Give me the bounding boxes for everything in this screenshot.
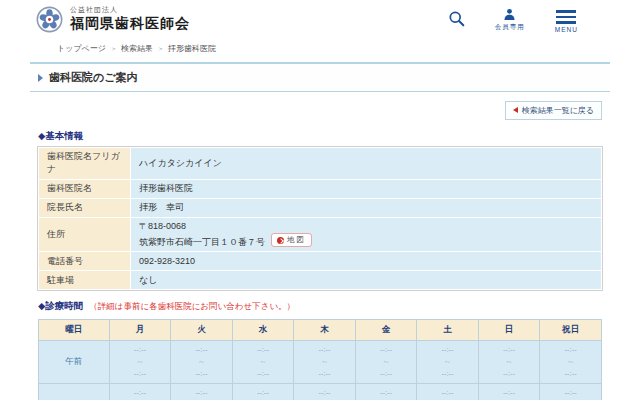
breadcrumb-link[interactable]: トップページ	[57, 44, 106, 53]
table-row: 住所〒818-0068筑紫野市石崎一丁目１０番７号地図	[39, 217, 602, 252]
search-icon	[448, 10, 465, 27]
page-title-bar: 歯科医院のご案内	[30, 62, 610, 92]
schedule-cell-line: --:--	[479, 344, 540, 356]
map-button[interactable]: 地図	[271, 233, 312, 247]
schedule-header-cell: 金	[355, 320, 417, 341]
breadcrumb-separator: ＞	[157, 45, 164, 52]
schedule-cell: --:--～--:--	[294, 384, 356, 400]
site-logo[interactable]: 公益社団法人 福岡県歯科医師会	[36, 5, 190, 33]
schedule-cell: --:--～--:--	[417, 384, 479, 400]
search-button[interactable]	[448, 8, 465, 27]
schedule-row: 午後--:--～--:----:--～--:----:--～--:----:--…	[39, 384, 602, 400]
schedule-cell-line: ～	[110, 356, 171, 368]
schedule-header-cell: 火	[171, 320, 233, 341]
title-arrow-icon	[38, 74, 43, 82]
row-label: 歯科医院名	[39, 179, 131, 198]
schedule-cell-line: --:--	[540, 368, 601, 380]
schedule-cell-line: --:--	[233, 368, 294, 380]
schedule-cell-line: --:--	[294, 344, 355, 356]
table-row: 歯科医院名拝形歯科医院	[39, 179, 602, 198]
member-area-button[interactable]: 会員専用	[495, 8, 525, 32]
schedule-cell-line: --:--	[171, 368, 232, 380]
schedule-cell-line: --:--	[356, 344, 417, 356]
breadcrumb-current: 拝形歯科医院	[168, 44, 216, 53]
schedule-cell: --:--～--:--	[355, 384, 417, 400]
row-label: 駐車場	[39, 271, 131, 290]
schedule-cell: --:--～--:--	[171, 384, 233, 400]
page: 公益社団法人 福岡県歯科医師会 会員専用 MENU	[0, 0, 640, 400]
row-label: 歯科医院名フリガナ	[39, 147, 131, 179]
back-row: 検索結果一覧に戻る	[0, 99, 602, 120]
back-to-results-button[interactable]: 検索結果一覧に戻る	[505, 101, 602, 120]
schedule-header-cell: 曜日	[39, 320, 110, 341]
row-label: 電話番号	[39, 252, 131, 271]
schedule-cell: --:--～--:--	[109, 341, 171, 384]
schedule-cell-line: --:--	[294, 368, 355, 380]
table-row: 歯科医院名フリガナハイカタシカイイン	[39, 147, 602, 179]
row-value: 〒818-0068筑紫野市石崎一丁目１０番７号地図	[131, 217, 602, 252]
schedule-cell: --:--～--:--	[417, 341, 479, 384]
schedule-cell-line: ～	[417, 356, 478, 368]
breadcrumb-separator: ＞	[110, 45, 117, 52]
header-icons: 会員専用 MENU	[448, 5, 578, 33]
schedule-header-cell: 木	[294, 320, 356, 341]
site-header: 公益社団法人 福岡県歯科医師会 会員専用 MENU	[0, 0, 640, 38]
schedule-cell-line: --:--	[540, 344, 601, 356]
site-logo-text: 公益社団法人 福岡県歯科医師会	[70, 5, 190, 33]
basic-info-table: 歯科医院名フリガナハイカタシカイイン歯科医院名拝形歯科医院院長氏名拝形 幸司住所…	[38, 147, 602, 291]
row-value: ハイカタシカイイン	[131, 147, 602, 179]
schedule-header-cell: 水	[232, 320, 294, 341]
schedule-cell-line: --:--	[417, 387, 478, 399]
schedule-row-label: 午前	[39, 341, 110, 384]
flower-logo-icon	[36, 6, 63, 33]
schedule-cell: --:--～--:--	[294, 341, 356, 384]
back-arrow-icon	[513, 107, 518, 113]
schedule-cell-line: --:--	[417, 344, 478, 356]
menu-button[interactable]: MENU	[555, 8, 578, 33]
schedule-cell-line: --:--	[233, 344, 294, 356]
schedule-cell: --:--～--:--	[109, 384, 171, 400]
schedule-header-row: 曜日月火水木金土日祝日	[39, 320, 602, 341]
schedule-cell: --:--～--:--	[355, 341, 417, 384]
schedule-row: 午前--:--～--:----:--～--:----:--～--:----:--…	[39, 341, 602, 384]
schedule-table: 曜日月火水木金土日祝日午前--:--～--:----:--～--:----:--…	[38, 319, 602, 400]
row-label: 住所	[39, 217, 131, 252]
schedule-header-cell: 土	[417, 320, 479, 341]
schedule-header-cell: 月	[109, 320, 171, 341]
row-value: 092-928-3210	[131, 252, 602, 271]
hours-heading-text: ◆診療時間	[38, 300, 83, 311]
schedule-cell-line: --:--	[356, 387, 417, 399]
row-value: 拝形 幸司	[131, 198, 602, 217]
schedule-cell: --:--～--:--	[232, 384, 294, 400]
schedule-cell-line: ～	[356, 356, 417, 368]
schedule-cell-line: ～	[233, 356, 294, 368]
schedule-cell: --:--～--:--	[540, 341, 602, 384]
schedule-cell: --:--～--:--	[540, 384, 602, 400]
basic-info-heading: ◆基本情報	[38, 130, 640, 143]
schedule-cell-line: --:--	[417, 368, 478, 380]
schedule-cell-line: --:--	[479, 368, 540, 380]
row-value: なし	[131, 271, 602, 290]
schedule-cell: --:--～--:--	[478, 384, 540, 400]
breadcrumb: トップページ＞検索結果＞拝形歯科医院	[57, 43, 640, 54]
hours-heading: ◆診療時間（詳細は事前に各歯科医院にお問い合わせ下さい。）	[38, 300, 640, 313]
map-button-label: 地図	[287, 235, 306, 245]
table-row: 駐車場なし	[39, 271, 602, 290]
member-area-label: 会員専用	[495, 23, 525, 32]
row-value: 拝形歯科医院	[131, 179, 602, 198]
address-line: 筑紫野市石崎一丁目１０番７号地図	[139, 233, 593, 249]
table-row: 電話番号092-928-3210	[39, 252, 602, 271]
hours-note: （詳細は事前に各歯科医院にお問い合わせ下さい。）	[89, 301, 295, 311]
org-name: 福岡県歯科医師会	[70, 15, 190, 33]
schedule-cell-line: ～	[479, 356, 540, 368]
schedule-cell: --:--～--:--	[232, 341, 294, 384]
schedule-cell-line: --:--	[356, 368, 417, 380]
table-row: 院長氏名拝形 幸司	[39, 198, 602, 217]
menu-label: MENU	[555, 26, 578, 33]
schedule-cell-line: --:--	[294, 387, 355, 399]
schedule-cell-line: --:--	[171, 387, 232, 399]
page-title: 歯科医院のご案内	[49, 70, 138, 85]
schedule-header-cell: 祝日	[540, 320, 602, 341]
schedule-cell-line: --:--	[479, 387, 540, 399]
breadcrumb-link[interactable]: 検索結果	[121, 44, 153, 53]
